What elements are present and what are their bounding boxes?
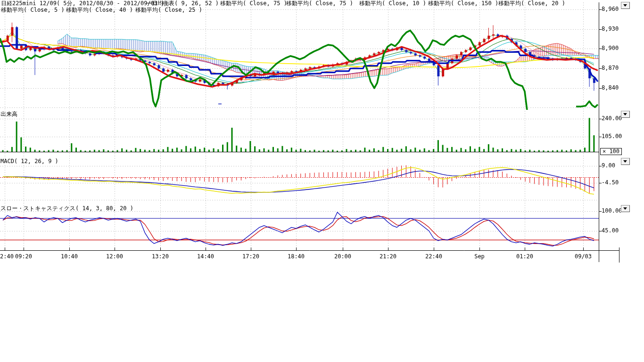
chart-workspace: { "header": { "series_label": "日経225mini… — [0, 0, 644, 362]
time-label: 18:40 — [283, 254, 309, 260]
time-label: 17:20 — [238, 254, 264, 260]
stoch-pane-label: スロー・ストキャスティクス( 14, 3, 80, 20 ) — [0, 206, 133, 212]
legend-ichimoku: 一目均衡表( 9, 26, 52 ) — [146, 0, 219, 7]
legend-ma40: 移動平均( Close, 40 ) — [66, 7, 133, 13]
time-label: 22:40 — [421, 254, 447, 260]
chevron-down-icon — [623, 160, 627, 163]
time-label: 09/03 — [570, 254, 596, 260]
chevron-down-icon — [623, 113, 627, 115]
volume-axis-tick: 105.00 — [602, 133, 622, 140]
chart-title: 日経225mini 12/09( 5分, 2012/08/30 - 2012/0… — [1, 0, 165, 7]
chevron-down-icon — [623, 4, 627, 7]
macd-axis-tick: 9.00 — [602, 163, 615, 169]
time-label: 21:20 — [375, 254, 401, 260]
time-label: 14:40 — [192, 254, 219, 260]
price-axis-tick: 8,870 — [602, 65, 619, 71]
chart-canvas[interactable] — [0, 0, 644, 362]
legend-ma25: 移動平均( Close, 25 ) — [135, 7, 202, 13]
legend-ma10: 移動平均( Close, 10 ) — [359, 0, 426, 7]
chevron-down-icon — [623, 207, 627, 210]
legend-ma150: 移動平均( Close, 150 ) — [428, 0, 498, 7]
price-axis-tick: 8,930 — [602, 26, 619, 32]
volume-multiplier-box: × 100 — [600, 148, 622, 155]
price-axis-tick: 8,840 — [602, 85, 619, 91]
time-label: 10:40 — [56, 254, 83, 260]
time-label: Sep — [466, 254, 493, 260]
stoch-scale-dropdown[interactable] — [621, 205, 630, 212]
time-label: 12:00 — [101, 254, 128, 260]
time-label: 13:20 — [147, 254, 173, 260]
legend-ma5: 移動平均( Close, 5 ) — [1, 7, 65, 13]
time-label: 01:20 — [512, 254, 538, 260]
price-scale-dropdown[interactable] — [621, 2, 630, 9]
time-label: 20:00 — [330, 254, 356, 260]
macd-pane-label: MACD( 12, 26, 9 ) — [0, 158, 58, 165]
volume-scale-dropdown[interactable] — [621, 111, 630, 118]
legend-ma75-b: 移動平均( Close, 75 ) — [286, 0, 353, 7]
price-axis-tick: 8,900 — [602, 45, 619, 51]
macd-axis-tick: -4.50 — [602, 180, 619, 186]
legend-ma75-a: 移動平均( Close, 75 ) — [220, 0, 287, 7]
legend-ma20: 移動平均( Close, 20 ) — [498, 0, 565, 7]
volume-pane-label: 出来高 — [0, 111, 17, 117]
stoch-axis-tick: 100.00 — [602, 208, 622, 214]
price-axis-tick: 8,960 — [602, 6, 619, 12]
macd-scale-dropdown[interactable] — [621, 158, 630, 165]
stoch-axis-tick: 45.00 — [602, 228, 619, 234]
time-label: 09:20 — [10, 254, 37, 260]
volume-axis-tick: 240.00 — [602, 115, 622, 122]
